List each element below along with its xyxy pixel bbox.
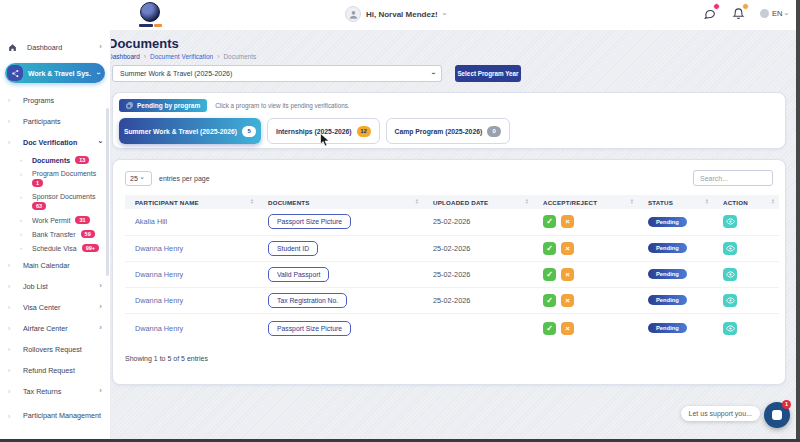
accept-reject-cell: ✓× [533, 261, 638, 287]
page-size-select[interactable]: 25 › [125, 171, 152, 186]
tab-internships[interactable]: Internships (2025-2026) 12 [267, 118, 380, 144]
participant-name: Akalia Hill [125, 209, 258, 235]
sidebar-subitem-program-documents[interactable]: ›Program Documents1 [20, 170, 106, 187]
accept-button[interactable]: ✓ [543, 322, 556, 335]
reject-button[interactable]: × [561, 242, 574, 255]
reject-button[interactable]: × [561, 268, 574, 281]
document-link[interactable]: Student ID [268, 241, 318, 256]
sidebar-item-job-list[interactable]: ›Job List› [8, 279, 102, 293]
accept-button[interactable]: ✓ [543, 268, 556, 281]
table-row: Akalia HillPassport Size Picture25-02-20… [125, 209, 779, 235]
document-link[interactable]: Passport Size Picture [268, 321, 351, 336]
accept-button[interactable]: ✓ [543, 294, 556, 307]
tab-summer-work-travel[interactable]: Summer Work & Travel (2025-2026) 5 [119, 118, 261, 144]
sidebar-item-work-travel-sys[interactable]: Work & Travel Sys.› [5, 63, 105, 83]
sort-down-icon: ▼ [705, 202, 709, 205]
tab-camp-program[interactable]: Camp Program (2025-2026) 0 [386, 118, 511, 144]
column-header-accept-reject[interactable]: ACCEPT/REJECT▲▼ [533, 195, 638, 209]
column-header-participant-name[interactable]: PARTICIPANT NAME▲▼ [125, 195, 258, 209]
accept-reject-cell: ✓× [533, 313, 638, 343]
count-badge: 13 [75, 156, 89, 164]
column-header-documents[interactable]: DOCUMENTS▲▼ [258, 195, 423, 209]
status-badge: Pending [648, 243, 687, 253]
caret-icon: › [8, 262, 16, 269]
sort-icon: ▲▼ [630, 199, 634, 205]
main-content: Documents Dashboard › Document Verificat… [108, 30, 796, 442]
sidebar-item-refund-request[interactable]: ›Refund Request [8, 363, 102, 377]
language-selector[interactable]: EN › [760, 9, 788, 18]
sidebar-item-programs[interactable]: ›Programs [8, 93, 102, 107]
avatar [345, 6, 361, 22]
logo-wordmark [133, 24, 167, 27]
accept-button[interactable]: ✓ [543, 242, 556, 255]
reject-button[interactable]: × [561, 215, 574, 228]
sidebar-subitem-label: Documents [32, 157, 70, 164]
uploaded-date [423, 313, 533, 343]
sidebar-item-tax-returns[interactable]: ›Tax Returns› [8, 384, 102, 398]
tab-label: Internships (2025-2026) [276, 128, 352, 135]
sidebar-item-rollovers-request[interactable]: ›Rollovers Request [8, 342, 102, 356]
view-button[interactable] [723, 215, 737, 228]
sidebar-item-visa-center[interactable]: ›Visa Center› [8, 300, 102, 314]
documents-table: PARTICIPANT NAME▲▼DOCUMENTS▲▼UPLOADED DA… [125, 195, 779, 343]
view-button[interactable] [723, 294, 737, 307]
search-input[interactable] [693, 170, 773, 186]
program-select[interactable]: Summer Work & Travel (2025-2026) › [112, 65, 442, 82]
brand-logo[interactable] [133, 2, 167, 27]
document-link[interactable]: Valid Passport [268, 267, 329, 282]
document-link[interactable]: Tax Registration No. [268, 293, 347, 308]
support-chat-button[interactable]: 1 [764, 402, 790, 428]
sidebar-item-main-calendar[interactable]: ›Main Calendar [8, 258, 102, 272]
table-footer: Showing 1 to 5 of 5 entries [125, 355, 773, 366]
sidebar-item-participant-management[interactable]: ›Participant Management [8, 405, 102, 427]
sidebar-subitem-sponsor-documents[interactable]: ›Sponsor Documents63 [20, 193, 106, 210]
view-button[interactable] [723, 268, 737, 281]
sidebar-scrollbar[interactable] [106, 108, 109, 276]
accept-reject-cell: ✓× [533, 287, 638, 313]
breadcrumb-current: Documents [223, 53, 256, 60]
breadcrumb-document-verification[interactable]: Document Verification [150, 53, 213, 60]
reject-button[interactable]: × [561, 322, 574, 335]
sidebar-item-airfare-center[interactable]: ›Airfare Center› [8, 321, 102, 335]
messages-button[interactable] [702, 6, 717, 21]
reject-button[interactable]: × [561, 294, 574, 307]
count-badge: 1 [32, 179, 43, 187]
sidebar-subitem-schedule-visa[interactable]: ›Schedule Visa99+ [20, 244, 106, 252]
chevron-down-icon: › [440, 13, 448, 16]
user-menu[interactable]: Hi, Norval Mendez! › [345, 6, 445, 22]
column-header-uploaded-date[interactable]: UPLOADED DATE▲▼ [423, 195, 533, 209]
breadcrumb-dashboard[interactable]: Dashboard [108, 53, 140, 60]
sidebar-item-doc-verification[interactable]: ›Doc Verification› [8, 135, 102, 149]
accept-reject-cell: ✓× [533, 235, 638, 261]
column-label: ACTION [723, 199, 748, 206]
select-program-year-button[interactable]: Select Program Year [455, 65, 521, 82]
breadcrumb: Dashboard › Document Verification › Docu… [108, 53, 796, 60]
pending-by-program-pill[interactable]: Pending by program [119, 99, 207, 112]
participant-name: Dwanna Henry [125, 313, 258, 343]
sidebar-subitem-label: Work Permit [32, 217, 70, 224]
document-cell: Tax Registration No. [258, 287, 423, 313]
sidebar-subitem-bank-transfer[interactable]: ›Bank Transfer59 [20, 230, 106, 238]
column-header-status[interactable]: STATUS▲▼ [638, 195, 713, 209]
sidebar-item-dashboard[interactable]: Dashboard› [8, 40, 102, 54]
document-link[interactable]: Passport Size Picture [268, 214, 351, 229]
sidebar-item-label: Rollovers Request [23, 345, 102, 354]
sidebar-item-label: Doc Verification [23, 138, 99, 147]
sort-down-icon: ▼ [771, 202, 775, 205]
status-cell: Pending [638, 209, 713, 235]
accept-button[interactable]: ✓ [543, 215, 556, 228]
view-button[interactable] [723, 242, 737, 255]
count-badge: 59 [81, 230, 95, 238]
table-row: Dwanna HenryPassport Size Picture✓×Pendi… [125, 313, 779, 343]
support-tooltip[interactable]: Let us support you... [681, 406, 760, 421]
sidebar-item-participants[interactable]: ›Participants [8, 114, 102, 128]
home-icon [8, 43, 18, 52]
notifications-button[interactable] [731, 6, 746, 21]
tab-label: Camp Program (2025-2026) [395, 128, 483, 135]
sidebar-subitem-documents[interactable]: ›Documents13 [20, 156, 106, 164]
table-row: Dwanna HenryValid Passport25-02-2026✓×Pe… [125, 261, 779, 287]
sidebar-subitem-work-permit[interactable]: ›Work Permit31 [20, 216, 106, 224]
view-button[interactable] [723, 322, 737, 335]
column-header-action[interactable]: ACTION▲▼ [713, 195, 779, 209]
table-body: Akalia HillPassport Size Picture25-02-20… [125, 209, 779, 343]
